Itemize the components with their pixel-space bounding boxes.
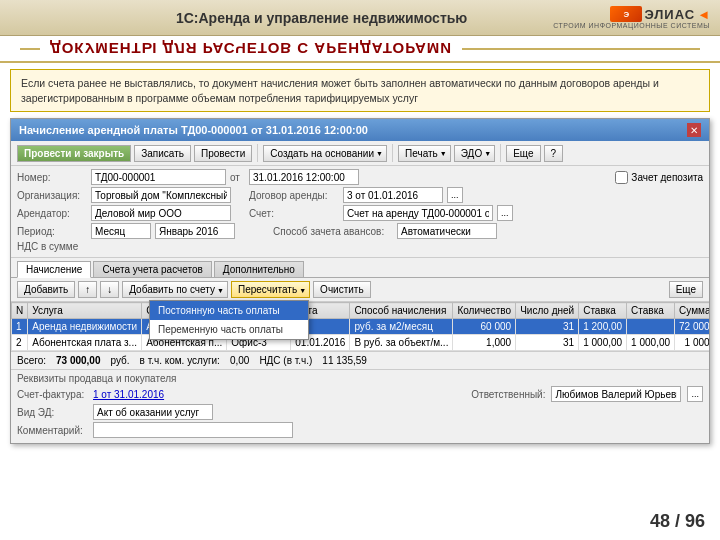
- section-line-right: [462, 48, 700, 50]
- tenant-input[interactable]: [91, 205, 231, 221]
- cell-sum: 72 000,00: [675, 319, 709, 335]
- create-based-button[interactable]: Создать на основании: [263, 145, 387, 162]
- col-service: Услуга: [28, 303, 142, 319]
- contract-input[interactable]: [343, 187, 443, 203]
- col-sum: Сумма: [675, 303, 709, 319]
- form-area: Номер: от Зачет депозита Организация: До…: [11, 166, 709, 258]
- print-button[interactable]: Печать: [398, 145, 451, 162]
- services-label: в т.ч. ком. услуги:: [140, 355, 220, 366]
- col-days: Число дней: [516, 303, 579, 319]
- cell-rate2: [627, 319, 675, 335]
- deposit-check-label: Зачет депозита: [615, 171, 703, 184]
- add-by-account-button[interactable]: Добавить по счету: [122, 281, 228, 298]
- tab-additional[interactable]: Дополнительно: [214, 261, 304, 277]
- cell-rate1: 1 200,00: [579, 319, 627, 335]
- deposit-checkbox[interactable]: [615, 171, 628, 184]
- table-header-row: N Услуга Содержание у... Номенкла... Дат…: [12, 303, 710, 319]
- comment-label: Комментарий:: [17, 425, 87, 436]
- invoice-link[interactable]: 1 от 31.01.2016: [93, 389, 164, 400]
- record-button[interactable]: Записать: [134, 145, 191, 162]
- down-button[interactable]: ↓: [100, 281, 119, 298]
- cell-n: 2: [12, 335, 28, 351]
- window-title-bar: Начисление арендной платы ТД00-000001 от…: [11, 119, 709, 141]
- period-date-input[interactable]: [155, 223, 235, 239]
- account-input[interactable]: [343, 205, 493, 221]
- footer-row-seller: Реквизиты продавца и покупателя: [17, 373, 703, 384]
- help-button[interactable]: ?: [544, 145, 564, 162]
- tabs-bar: Начисление Счета учета расчетов Дополнит…: [11, 258, 709, 278]
- notice-text: Если счета ранее не выставлялись, то док…: [21, 77, 659, 104]
- period-type-input[interactable]: [91, 223, 151, 239]
- section-line-left: [20, 48, 40, 50]
- contract-label: Договор аренды:: [249, 190, 339, 201]
- edo-input[interactable]: [93, 404, 213, 420]
- org-input[interactable]: [91, 187, 231, 203]
- form-row-org: Организация: Договор аренды: ...: [17, 187, 703, 203]
- page-separator: /: [675, 511, 680, 531]
- table-row[interactable]: 2 Абонентская плата з... Абонентская п..…: [12, 335, 710, 351]
- contract-select-button[interactable]: ...: [447, 187, 463, 203]
- number-label: Номер:: [17, 172, 87, 183]
- edo-label: Вид ЭД:: [17, 407, 87, 418]
- add-button[interactable]: Добавить: [17, 281, 75, 298]
- cell-service: Аренда недвижимости: [28, 319, 142, 335]
- account-label: Счет:: [249, 208, 339, 219]
- page-counter: 48 / 96: [650, 511, 705, 532]
- clear-button[interactable]: Очистить: [313, 281, 371, 298]
- period-label: Период:: [17, 226, 87, 237]
- tab-accounts[interactable]: Счета учета расчетов: [93, 261, 211, 277]
- responsible-input[interactable]: [551, 386, 681, 402]
- cell-days: 31: [516, 319, 579, 335]
- main-window: Начисление арендной платы ТД00-000001 от…: [10, 118, 710, 444]
- cell-service: Абонентская плата з...: [28, 335, 142, 351]
- edo-button[interactable]: ЭДО: [454, 145, 495, 162]
- col-n: N: [12, 303, 28, 319]
- cell-quantity: 1,000: [453, 335, 516, 351]
- cell-rate1: 1 000,00: [579, 335, 627, 351]
- recalc-option-fixed[interactable]: Постоянную часть оплаты: [150, 301, 308, 320]
- date-input[interactable]: [249, 169, 359, 185]
- footer-area: Реквизиты продавца и покупателя Счет-фак…: [11, 369, 709, 443]
- cell-n: 1: [12, 319, 28, 335]
- services-amount: 0,00: [230, 355, 249, 366]
- cell-method: В руб. за объект/м...: [350, 335, 453, 351]
- col-quantity: Количество: [453, 303, 516, 319]
- page-current: 48: [650, 511, 670, 531]
- cell-rate2: 1 000,00: [627, 335, 675, 351]
- section-title: ДОКУМЕНТЫ ДЛЯ РАСЧЕТОВ С АРЕНДАТОРАМИ: [50, 40, 452, 57]
- window-close-button[interactable]: ✕: [687, 123, 701, 137]
- col-rate1: Ставка: [579, 303, 627, 319]
- recalc-dropdown-menu: Постоянную часть оплаты Переменную часть…: [149, 300, 309, 340]
- tab-accrual[interactable]: Начисление: [17, 261, 91, 278]
- table-row[interactable]: 1 Аренда недвижимости Аренда недви... ру…: [12, 319, 710, 335]
- conduct-button[interactable]: Провести: [194, 145, 252, 162]
- cell-days: 31: [516, 335, 579, 351]
- up-button[interactable]: ↑: [78, 281, 97, 298]
- number-input[interactable]: [91, 169, 226, 185]
- logo-text: ЭЛИАС: [644, 7, 695, 22]
- notice-box: Если счета ранее не выставлялись, то док…: [10, 69, 710, 112]
- seller-label: Реквизиты продавца и покупателя: [17, 373, 176, 384]
- nds-label: НДС (в т.ч.): [259, 355, 312, 366]
- recalc-button[interactable]: Пересчитать: [231, 281, 310, 298]
- table-more-button[interactable]: Еще: [669, 281, 703, 298]
- totals-currency: руб.: [111, 355, 130, 366]
- nds-label: НДС в сумме: [17, 241, 78, 252]
- table-toolbar: Добавить ↑ ↓ Добавить по счету Пересчита…: [11, 278, 709, 302]
- form-row-nds: НДС в сумме: [17, 241, 703, 252]
- account-select-button[interactable]: ...: [497, 205, 513, 221]
- totals-row: Всего: 73 000,00 руб. в т.ч. ком. услуги…: [11, 351, 709, 369]
- more-button[interactable]: Еще: [506, 145, 540, 162]
- form-row-period: Период: Способ зачета авансов:: [17, 223, 703, 239]
- org-label: Организация:: [17, 190, 87, 201]
- footer-row-comment: Комментарий:: [17, 422, 703, 438]
- tenant-label: Арендатор:: [17, 208, 87, 219]
- advance-input[interactable]: [397, 223, 497, 239]
- nds-amount: 11 135,59: [322, 355, 367, 366]
- recalc-option-variable[interactable]: Переменную часть оплаты: [150, 320, 308, 339]
- conduct-close-button[interactable]: Провести и закрыть: [17, 145, 131, 162]
- comment-input[interactable]: [93, 422, 293, 438]
- responsible-select-button[interactable]: ...: [687, 386, 703, 402]
- col-rate2: Ставка: [627, 303, 675, 319]
- totals-label: Всего:: [17, 355, 46, 366]
